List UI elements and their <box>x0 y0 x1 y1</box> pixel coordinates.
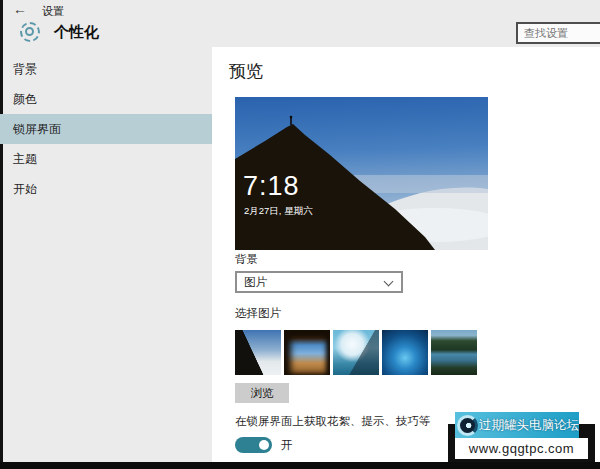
search-input[interactable] <box>516 22 600 44</box>
toggle-knob <box>259 440 269 450</box>
tips-toggle[interactable] <box>235 437 272 453</box>
preview-time: 7:18 <box>243 171 300 202</box>
forum-logo-icon <box>457 415 478 436</box>
background-dropdown-value: 图片 <box>244 276 267 288</box>
window-bottom-edge <box>0 462 600 469</box>
page-title: 个性化 <box>54 23 99 42</box>
browse-button[interactable]: 浏览 <box>235 383 289 403</box>
background-label: 背景 <box>235 252 258 267</box>
sidebar-item-colors[interactable]: 颜色 <box>3 84 212 114</box>
background-dropdown[interactable]: 图片 <box>235 271 403 293</box>
choose-picture-label: 选择图片 <box>235 306 281 321</box>
settings-sidebar: 背景 颜色 锁屏界面 主题 开始 <box>3 54 212 204</box>
preview-heading: 预览 <box>229 60 263 83</box>
watermark-banner: 过期罐头电脑论坛 <box>455 412 579 438</box>
thumbnail-cloud-window[interactable] <box>333 330 379 375</box>
forum-name: 过期罐头电脑论坛 <box>479 417 579 434</box>
back-arrow-icon[interactable]: ← <box>13 1 27 17</box>
gear-icon <box>20 22 40 42</box>
lockscreen-preview-image: 7:18 2月27日, 星期六 <box>235 97 488 250</box>
sidebar-item-background[interactable]: 背景 <box>3 54 212 84</box>
chevron-down-icon <box>384 277 394 287</box>
preview-date: 2月27日, 星期六 <box>244 205 313 218</box>
forum-url: www.gqgtpc.com <box>469 441 574 456</box>
picture-thumbnails <box>235 330 477 375</box>
sidebar-item-themes[interactable]: 主题 <box>3 144 212 174</box>
thumbnail-beach-cave[interactable] <box>284 330 330 375</box>
thumbnail-hero-mountain[interactable] <box>235 330 281 375</box>
sidebar-item-start[interactable]: 开始 <box>3 174 212 204</box>
toggle-state-label: 开 <box>281 438 293 453</box>
window-title: 设置 <box>42 4 64 19</box>
watermark-url-strip: www.gqgtpc.com <box>455 438 588 459</box>
thumbnail-mountain-lake[interactable] <box>431 330 477 375</box>
sidebar-item-lockscreen[interactable]: 锁屏界面 <box>0 114 212 144</box>
thumbnail-ice-cave[interactable] <box>382 330 428 375</box>
tips-label: 在锁屏界面上获取花絮、提示、技巧等 <box>235 414 431 429</box>
